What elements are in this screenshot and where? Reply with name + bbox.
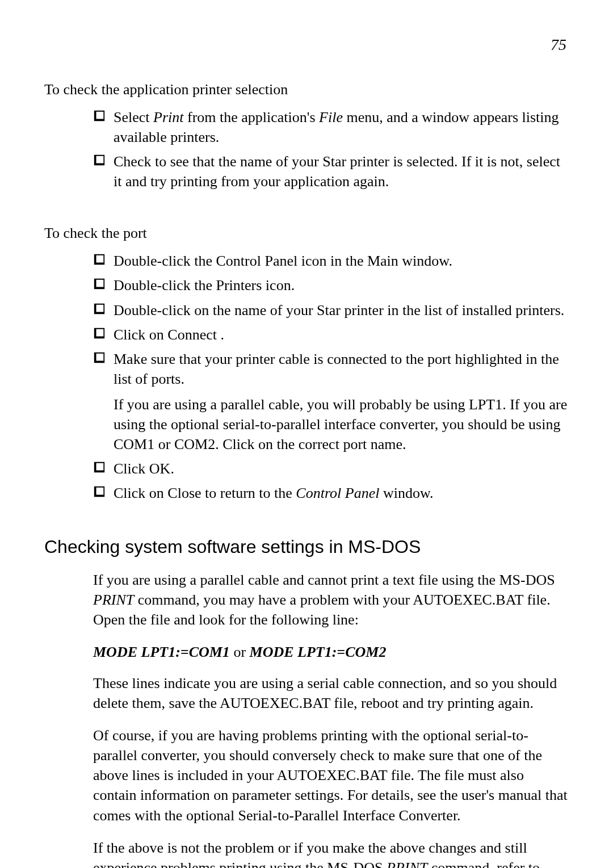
- list-item-text: Double-click on the name of your Star pr…: [114, 300, 569, 320]
- list-item-text: Select Print from the application's File…: [114, 107, 569, 147]
- checkbox-icon: [93, 303, 107, 316]
- body-paragraph: If you are using a parallel cable and ca…: [93, 570, 569, 630]
- section1-checklist: Select Print from the application's File…: [93, 107, 569, 191]
- list-item-text: Click on Close to return to the Control …: [114, 483, 569, 503]
- list-item: Make sure that your printer cable is con…: [93, 349, 569, 454]
- body-paragraph: These lines indicate you are using a ser…: [93, 673, 569, 713]
- mode-command-line: MODE LPT1:=COM1 or MODE LPT1:=COM2: [93, 642, 569, 662]
- list-item: Double-click the Printers icon.: [93, 275, 569, 295]
- section3-body: If you are using a parallel cable and ca…: [93, 570, 569, 868]
- list-item-extra: If you are using a parallel cable, you w…: [114, 395, 569, 454]
- section2-intro: To check the port: [44, 223, 569, 243]
- list-item-text: Check to see that the name of your Star …: [114, 152, 569, 191]
- checkbox-icon: [93, 327, 107, 341]
- list-item-text: Make sure that your printer cable is con…: [114, 349, 569, 454]
- list-item-text: Click on Connect .: [114, 325, 569, 345]
- body-paragraph: Of course, if you are having problems pr…: [93, 726, 569, 825]
- checkbox-icon: [93, 461, 107, 475]
- list-item: Click on Connect .: [93, 325, 569, 345]
- list-item: Check to see that the name of your Star …: [93, 152, 569, 191]
- list-item: Click on Close to return to the Control …: [93, 483, 569, 503]
- checkbox-icon: [93, 278, 107, 291]
- checkbox-icon: [93, 154, 107, 167]
- list-item: Double-click on the name of your Star pr…: [93, 300, 569, 320]
- checkbox-icon: [93, 253, 107, 267]
- body-paragraph: If the above is not the problem or if yo…: [93, 838, 569, 868]
- list-item: Select Print from the application's File…: [93, 107, 569, 147]
- checkbox-icon: [93, 485, 107, 499]
- list-item: Click OK.: [93, 459, 569, 479]
- page-number: 75: [44, 34, 566, 56]
- section2-checklist: Double-click the Control Panel icon in t…: [93, 251, 569, 503]
- section1-intro: To check the application printer selecti…: [44, 79, 569, 99]
- checkbox-icon: [93, 351, 107, 365]
- list-item-text: Double-click the Printers icon.: [114, 275, 569, 295]
- section-heading-msdos: Checking system software settings in MS-…: [44, 535, 569, 559]
- list-item: Double-click the Control Panel icon in t…: [93, 251, 569, 271]
- list-item-text: Click OK.: [114, 459, 569, 479]
- list-item-text: Double-click the Control Panel icon in t…: [114, 251, 569, 271]
- checkbox-icon: [93, 110, 107, 123]
